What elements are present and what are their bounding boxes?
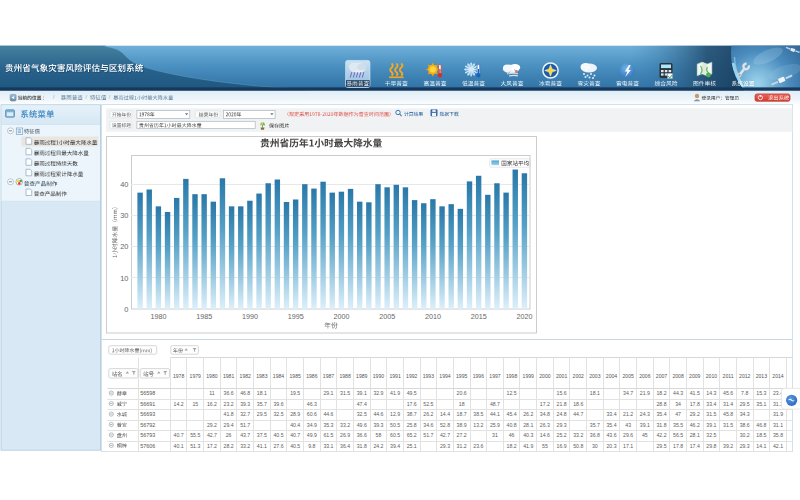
svg-text:1983: 1983: [256, 373, 267, 379]
svg-text:24.8: 24.8: [557, 411, 567, 417]
svg-text:49.9: 49.9: [307, 432, 317, 438]
svg-text:36.6: 36.6: [357, 432, 367, 438]
svg-text:1982: 1982: [240, 373, 251, 379]
svg-text:1990: 1990: [242, 312, 258, 321]
svg-text:11: 11: [209, 390, 214, 396]
svg-text:1979: 1979: [190, 373, 201, 379]
svg-text:2005: 2005: [379, 312, 395, 321]
svg-text:55: 55: [542, 443, 548, 449]
svg-text:2010: 2010: [706, 373, 717, 379]
svg-text:24.2: 24.2: [373, 443, 383, 449]
svg-text:31.2: 31.2: [457, 443, 467, 449]
svg-text:25.8: 25.8: [407, 422, 417, 428]
svg-text:1999: 1999: [523, 373, 534, 379]
svg-text:30: 30: [592, 443, 598, 449]
svg-text:21.9: 21.9: [640, 390, 650, 396]
svg-text:39.3: 39.3: [240, 401, 250, 407]
svg-text:1981: 1981: [223, 373, 234, 379]
svg-text:2011: 2011: [723, 373, 734, 379]
svg-text:36.4: 36.4: [340, 443, 350, 449]
svg-text:18.5: 18.5: [756, 432, 766, 438]
svg-text:16.9: 16.9: [557, 443, 567, 449]
svg-text:2008: 2008: [672, 373, 683, 379]
svg-text:28.2: 28.2: [224, 443, 234, 449]
svg-text:1997: 1997: [489, 373, 500, 379]
svg-text:25.1: 25.1: [407, 443, 417, 449]
svg-text:29.5: 29.5: [656, 443, 666, 449]
svg-text:43.7: 43.7: [240, 432, 250, 438]
svg-text:49.6: 49.6: [357, 422, 367, 428]
svg-text:29.1: 29.1: [323, 390, 333, 396]
svg-text:12.5: 12.5: [507, 390, 517, 396]
svg-text:29.2: 29.2: [690, 411, 700, 417]
svg-text:34.7: 34.7: [623, 390, 633, 396]
svg-text:42.7: 42.7: [207, 432, 217, 438]
svg-text:36.8: 36.8: [590, 432, 600, 438]
svg-text:18: 18: [459, 401, 465, 407]
svg-text:31.8: 31.8: [357, 443, 367, 449]
svg-text:44.6: 44.6: [323, 411, 333, 417]
svg-text:24.3: 24.3: [640, 411, 650, 417]
svg-text:41.9: 41.9: [390, 390, 400, 396]
svg-text:41.8: 41.8: [224, 411, 234, 417]
svg-text:17.4: 17.4: [690, 443, 700, 449]
svg-text:57606: 57606: [140, 443, 155, 449]
svg-text:16.2: 16.2: [207, 401, 217, 407]
svg-text:17.2: 17.2: [540, 401, 550, 407]
svg-text:1995: 1995: [288, 312, 304, 321]
svg-text:36.6: 36.6: [224, 390, 234, 396]
svg-text:1985: 1985: [196, 312, 212, 321]
svg-text:52.5: 52.5: [423, 401, 433, 407]
svg-text:42.1: 42.1: [773, 443, 783, 449]
svg-text:42.7: 42.7: [440, 432, 450, 438]
svg-text:29.3: 29.3: [557, 422, 567, 428]
svg-text:46.8: 46.8: [240, 390, 250, 396]
svg-text:33.2: 33.2: [240, 443, 250, 449]
svg-text:2003: 2003: [589, 373, 600, 379]
svg-text:17.8: 17.8: [690, 401, 700, 407]
svg-text:46.2: 46.2: [690, 422, 700, 428]
svg-text:26: 26: [226, 432, 232, 438]
svg-text:2006: 2006: [639, 373, 650, 379]
svg-text:29.5: 29.5: [740, 401, 750, 407]
svg-text:29.5: 29.5: [257, 411, 267, 417]
svg-text:15.3: 15.3: [756, 390, 766, 396]
svg-text:2002: 2002: [573, 373, 584, 379]
svg-text:47: 47: [675, 411, 681, 417]
svg-text:40.4: 40.4: [290, 422, 300, 428]
svg-text:1987: 1987: [323, 373, 334, 379]
svg-text:31.5: 31.5: [706, 411, 716, 417]
svg-text:38.6: 38.6: [740, 422, 750, 428]
svg-text:40.7: 40.7: [290, 432, 300, 438]
svg-text:30: 30: [120, 211, 128, 220]
svg-text:41.1: 41.1: [257, 443, 267, 449]
svg-text:39.4: 39.4: [390, 443, 400, 449]
svg-text:2014: 2014: [772, 373, 783, 379]
svg-text:1993: 1993: [423, 373, 434, 379]
svg-text:2000: 2000: [539, 373, 550, 379]
svg-text:56793: 56793: [140, 432, 155, 438]
svg-text:52.8: 52.8: [440, 422, 450, 428]
svg-text:34: 34: [675, 401, 681, 407]
svg-text:2020: 2020: [516, 312, 532, 321]
svg-text:1980: 1980: [150, 312, 166, 321]
svg-text:1990: 1990: [373, 373, 384, 379]
svg-text:14.2: 14.2: [174, 401, 184, 407]
svg-text:34.3: 34.3: [740, 411, 750, 417]
svg-text:29.3: 29.3: [740, 443, 750, 449]
svg-text:20: 20: [120, 242, 128, 251]
svg-text:33.4: 33.4: [706, 401, 716, 407]
svg-text:32.5: 32.5: [706, 432, 716, 438]
svg-text:1989: 1989: [356, 373, 367, 379]
svg-text:29.2: 29.2: [207, 422, 217, 428]
svg-text:17.8: 17.8: [673, 443, 683, 449]
svg-text:32.5: 32.5: [357, 411, 367, 417]
svg-text:10: 10: [120, 274, 128, 283]
svg-text:19.5: 19.5: [290, 390, 300, 396]
svg-text:2005: 2005: [622, 373, 633, 379]
svg-text:56691: 56691: [140, 401, 155, 407]
svg-text:41.9: 41.9: [523, 443, 533, 449]
svg-text:45.8: 45.8: [723, 411, 733, 417]
svg-text:29.3: 29.3: [440, 443, 450, 449]
svg-text:41.5: 41.5: [690, 390, 700, 396]
